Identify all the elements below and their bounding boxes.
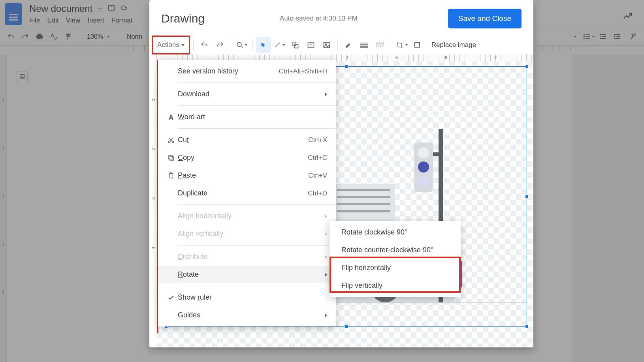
menu-download[interactable]: Download bbox=[158, 85, 336, 103]
drawing-toolbar: Actions Replace image bbox=[149, 36, 533, 54]
svg-rect-31 bbox=[376, 47, 377, 47]
drawing-title: Drawing bbox=[161, 12, 280, 25]
submenu-flip-vertically[interactable]: Flip vertically bbox=[330, 277, 461, 294]
svg-rect-20 bbox=[294, 44, 298, 48]
menu-version-history[interactable]: See version history Ctrl+Alt+Shift+H bbox=[158, 62, 336, 80]
menu-rotate[interactable]: Rotate bbox=[158, 266, 336, 283]
crop-icon[interactable] bbox=[394, 37, 409, 53]
svg-rect-29 bbox=[379, 45, 381, 45]
svg-rect-33 bbox=[380, 47, 381, 47]
submenu-flip-horizontally[interactable]: Flip horizontally bbox=[330, 259, 461, 277]
paste-icon bbox=[164, 172, 178, 179]
svg-line-17 bbox=[241, 46, 243, 48]
select-tool-icon[interactable] bbox=[256, 37, 271, 53]
menu-paste[interactable]: PasteCtrl+V bbox=[158, 167, 336, 184]
replace-image-button[interactable]: Replace image bbox=[426, 37, 478, 53]
menu-cut[interactable]: CutCtrl+X bbox=[158, 131, 336, 149]
rotate-submenu: Rotate clockwise 90° Rotate counter-cloc… bbox=[330, 221, 461, 297]
border-weight-icon[interactable] bbox=[357, 37, 372, 53]
svg-rect-38 bbox=[170, 157, 173, 160]
svg-rect-39 bbox=[169, 156, 172, 159]
menu-guides[interactable]: Guides bbox=[158, 306, 336, 324]
line-tool-icon[interactable] bbox=[272, 37, 287, 53]
svg-line-18 bbox=[275, 43, 280, 47]
actions-highlight-annotation: Actions bbox=[152, 36, 190, 54]
copy-icon bbox=[164, 154, 178, 161]
resize-handle[interactable] bbox=[525, 65, 529, 68]
resize-handle[interactable] bbox=[345, 65, 348, 68]
svg-rect-22 bbox=[324, 42, 330, 47]
border-color-icon[interactable] bbox=[341, 37, 356, 53]
svg-rect-25 bbox=[360, 44, 368, 45]
actions-dropdown-menu: See version history Ctrl+Alt+Shift+H Dow… bbox=[158, 60, 336, 326]
svg-rect-24 bbox=[360, 43, 368, 43]
autosave-status: Auto-saved at 4:30:13 PM bbox=[280, 15, 448, 23]
shape-tool-icon[interactable] bbox=[288, 37, 303, 53]
menu-align-horizontally: Align horizontally bbox=[158, 207, 336, 225]
image-tool-icon[interactable] bbox=[319, 37, 334, 53]
resize-handle[interactable] bbox=[345, 325, 348, 328]
mask-image-icon[interactable] bbox=[410, 37, 425, 53]
check-icon bbox=[164, 294, 178, 301]
menu-word-art[interactable]: Word art bbox=[158, 108, 336, 126]
border-dash-icon[interactable] bbox=[373, 37, 388, 53]
menu-duplicate[interactable]: DuplicateCtrl+D bbox=[158, 184, 336, 202]
actions-menu-button[interactable]: Actions bbox=[153, 37, 188, 53]
undo-icon[interactable] bbox=[197, 37, 212, 53]
svg-rect-28 bbox=[376, 45, 378, 45]
svg-rect-34 bbox=[382, 47, 383, 47]
menu-copy[interactable]: CopyCtrl+C bbox=[158, 149, 336, 167]
cut-icon bbox=[164, 137, 178, 144]
canvas-vruler: 1 2 3 4 bbox=[149, 62, 156, 347]
resize-handle[interactable] bbox=[525, 325, 529, 328]
svg-rect-26 bbox=[360, 46, 368, 47]
svg-rect-32 bbox=[378, 47, 379, 47]
svg-rect-30 bbox=[382, 45, 384, 45]
menu-distribute: Distribute bbox=[158, 248, 336, 266]
word-art-icon bbox=[164, 114, 178, 121]
submenu-rotate-cw[interactable]: Rotate clockwise 90° bbox=[330, 223, 461, 241]
menu-align-vertically: Align vertically bbox=[158, 225, 336, 243]
submenu-rotate-ccw[interactable]: Rotate counter-clockwise 90° bbox=[330, 241, 461, 259]
resize-handle[interactable] bbox=[525, 195, 529, 199]
svg-rect-27 bbox=[376, 43, 384, 43]
textbox-tool-icon[interactable] bbox=[303, 37, 318, 53]
svg-point-16 bbox=[237, 42, 241, 47]
save-and-close-button[interactable]: Save and Close bbox=[448, 9, 522, 28]
zoom-icon[interactable] bbox=[234, 37, 249, 53]
menu-show-ruler[interactable]: Show ruler bbox=[158, 289, 336, 306]
redo-icon[interactable] bbox=[213, 37, 228, 53]
